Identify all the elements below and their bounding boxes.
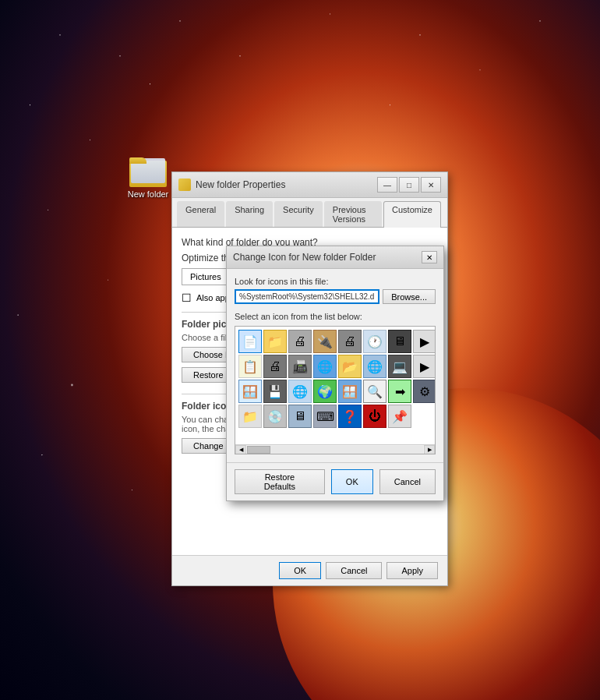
- tab-sharing[interactable]: Sharing: [226, 201, 273, 227]
- tab-general[interactable]: General: [177, 201, 224, 227]
- icon-cell-disk[interactable]: 💾: [263, 380, 287, 403]
- dialog-close-button[interactable]: ✕: [422, 251, 437, 263]
- dialog-body: Look for icons in this file: Browse... S…: [227, 269, 443, 462]
- select-icon-label: Select an icon from the list below:: [235, 312, 436, 321]
- icon-cell-folder-gray[interactable]: 📁: [238, 405, 262, 428]
- restore-defaults-button[interactable]: Restore Defaults: [235, 469, 325, 494]
- icon-cell-folder-open[interactable]: 📂: [338, 355, 362, 378]
- change-icon-dialog: Change Icon for New folder Folder ✕ Look…: [226, 246, 444, 501]
- icon-cell-circuit[interactable]: 🔌: [313, 330, 337, 353]
- icon-cell-fax[interactable]: 📠: [288, 355, 312, 378]
- icon-cell-extra[interactable]: 📌: [388, 405, 411, 428]
- scroll-thumb[interactable]: [247, 446, 270, 454]
- properties-apply-button[interactable]: Apply: [386, 562, 438, 579]
- dialog-titlebar: Change Icon for New folder Folder ✕: [227, 246, 443, 269]
- icon-cell-help[interactable]: ❓: [338, 405, 362, 428]
- properties-close-button[interactable]: ✕: [421, 177, 441, 193]
- folder-icon: [129, 156, 167, 187]
- icon-cell-globe[interactable]: 🌐: [313, 355, 337, 378]
- icon-cell-arrow-green[interactable]: ➡: [388, 380, 411, 403]
- icon-cell-network2[interactable]: 🌐: [288, 380, 312, 403]
- properties-win-controls: — □ ✕: [377, 177, 441, 193]
- icon-cell-printer2[interactable]: 🖨: [338, 330, 362, 353]
- icon-cell-printer3[interactable]: 🖨: [263, 355, 287, 378]
- icon-cell-network[interactable]: 🌐: [363, 355, 386, 378]
- properties-title-icon: [178, 179, 191, 191]
- icon-cell-monitor3[interactable]: 🖥: [288, 405, 312, 428]
- folder-stack-decoration: [131, 158, 165, 183]
- icon-cell-notes[interactable]: 📋: [238, 355, 262, 378]
- properties-bottom-buttons: OK Cancel Apply: [172, 555, 447, 585]
- dialog-bottom-buttons: Restore Defaults OK Cancel: [227, 462, 443, 500]
- scroll-right-button[interactable]: ▶: [424, 445, 435, 454]
- icon-cell-magnify[interactable]: 🔍: [363, 380, 386, 403]
- scroll-track: [247, 446, 423, 454]
- properties-cancel-button[interactable]: Cancel: [326, 562, 382, 579]
- icon-cell-windows[interactable]: 🪟: [338, 380, 362, 403]
- horizontal-scrollbar[interactable]: ◀ ▶: [235, 444, 435, 454]
- properties-maximize-button[interactable]: □: [399, 177, 419, 193]
- icon-cell-window[interactable]: 🪟: [238, 380, 262, 403]
- icon-cell-monitor2[interactable]: 💻: [388, 355, 411, 378]
- icon-grid-container: 📄📁🖨🔌🖨🕐🖥▶📋🖨📠🌐📂🌐💻▶🪟💾🌐🌍🪟🔍➡⚙📁💿🖥⌨❓⏻📌 ◀ ▶: [235, 326, 436, 454]
- icon-cell-overflow[interactable]: ▶: [413, 330, 436, 353]
- scroll-left-button[interactable]: ◀: [235, 445, 246, 454]
- tab-security[interactable]: Security: [274, 201, 323, 227]
- icon-cell-keypad[interactable]: ⌨: [313, 405, 337, 428]
- also-apply-checkbox[interactable]: ☐: [182, 292, 192, 304]
- icon-cell-printer[interactable]: 🖨: [288, 330, 312, 353]
- dialog-ok-button[interactable]: OK: [331, 469, 373, 494]
- icon-cell-overflow2[interactable]: ▶: [413, 355, 436, 378]
- look-for-label: Look for icons in this file:: [235, 277, 436, 286]
- file-path-input[interactable]: [235, 289, 379, 304]
- folder-icon-label: New folder: [128, 189, 169, 199]
- properties-title-text: New folder Properties: [196, 179, 285, 190]
- icon-cell-clock-doc[interactable]: 🕐: [363, 330, 386, 353]
- icon-cell-globe2[interactable]: 🌍: [313, 380, 337, 403]
- desktop-folder-icon[interactable]: New folder: [121, 156, 175, 199]
- dialog-cancel-button[interactable]: Cancel: [379, 469, 436, 494]
- properties-tabs-bar: General Sharing Security Previous Versio…: [172, 198, 447, 228]
- browse-button[interactable]: Browse...: [383, 289, 436, 304]
- icon-cell-power[interactable]: ⏻: [363, 405, 386, 428]
- tab-customize[interactable]: Customize: [383, 201, 441, 228]
- properties-title-area: New folder Properties: [178, 179, 285, 191]
- icon-cell-blank-page[interactable]: 📄: [238, 330, 262, 353]
- icon-cell-folder[interactable]: 📁: [263, 330, 287, 353]
- icon-cell-settings[interactable]: ⚙: [413, 380, 436, 403]
- properties-titlebar: New folder Properties — □ ✕: [172, 172, 447, 198]
- tab-previous-versions[interactable]: Previous Versions: [324, 201, 382, 227]
- properties-minimize-button[interactable]: —: [377, 177, 397, 193]
- dialog-title-text: Change Icon for New folder Folder: [233, 252, 376, 263]
- icon-cell-monitor[interactable]: 🖥: [388, 330, 411, 353]
- file-path-row: Browse...: [235, 289, 436, 304]
- properties-ok-button[interactable]: OK: [279, 562, 321, 579]
- icon-grid: 📄📁🖨🔌🖨🕐🖥▶📋🖨📠🌐📂🌐💻▶🪟💾🌐🌍🪟🔍➡⚙📁💿🖥⌨❓⏻📌: [235, 327, 435, 431]
- icon-cell-disk2[interactable]: 💿: [263, 405, 287, 428]
